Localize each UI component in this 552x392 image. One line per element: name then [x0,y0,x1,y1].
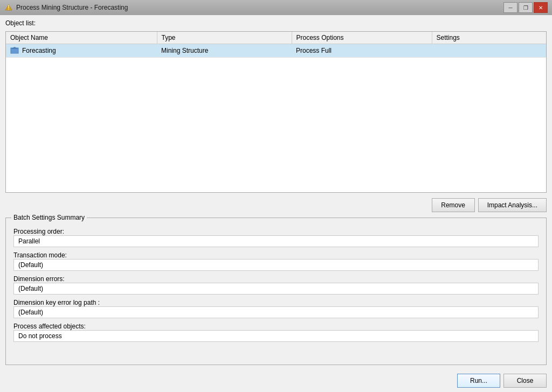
object-list-label: Object list: [5,19,547,27]
impact-analysis-button[interactable]: Impact Analysis... [478,198,547,212]
batch-label-0: Processing order: [13,228,539,235]
close-window-button[interactable]: ✕ [534,2,548,13]
cell-type: Mining Structure [157,44,292,58]
col-type: Type [157,32,292,44]
batch-field-1: Transaction mode: (Default) [13,249,539,271]
title-bar: ! Process Mining Structure - Forecasting… [0,0,552,15]
batch-label-1: Transaction mode: [13,251,539,259]
header-row: Object Name Type Process Options Setting… [6,32,546,44]
close-button[interactable]: Close [503,374,547,388]
object-name-cell: Forecasting [10,46,153,55]
svg-text:!: ! [8,4,9,11]
batch-label-3: Dimension key error log path : [13,299,539,306]
batch-field-4: Process affected objects: Do not process [13,320,539,342]
batch-value-2: (Default) [13,283,539,295]
col-process-options: Process Options [292,32,432,44]
footer-buttons: Run... Close [0,369,552,392]
main-window: ! Process Mining Structure - Forecasting… [0,0,552,392]
table-body: Forecasting Mining Structure Process Ful… [6,44,546,58]
table-header: Object Name Type Process Options Setting… [6,32,546,44]
window-controls: ─ ❒ ✕ [503,2,548,13]
batch-value-1: (Default) [13,259,539,271]
action-buttons: Remove Impact Analysis... [5,196,547,214]
cell-object-name: Forecasting [6,44,157,58]
app-icon: ! [4,3,13,12]
batch-value-3: (Default) [13,306,539,318]
col-object-name: Object Name [6,32,157,44]
col-settings: Settings [432,32,546,44]
window-title: Process Mining Structure - Forecasting [16,4,128,11]
remove-button[interactable]: Remove [432,198,475,212]
cell-process-options: Process Full [292,44,432,58]
cell-settings [432,44,546,58]
batch-label-4: Process affected objects: [13,323,539,330]
title-bar-left: ! Process Mining Structure - Forecasting [4,3,128,12]
batch-value-0: Parallel [13,235,539,247]
batch-value-4: Do not process [13,330,539,342]
batch-field-3: Dimension key error log path : (Default) [13,297,539,318]
object-table-container: Object Name Type Process Options Setting… [5,31,547,193]
table-row[interactable]: Forecasting Mining Structure Process Ful… [6,44,546,58]
mining-structure-icon [10,46,19,55]
batch-settings-legend: Batch Settings Summary [11,214,87,221]
minimize-button[interactable]: ─ [503,2,518,13]
batch-field-0: Processing order: Parallel [13,226,539,247]
batch-field-2: Dimension errors: (Default) [13,273,539,295]
object-table: Object Name Type Process Options Setting… [6,32,546,58]
row-name: Forecasting [22,47,56,54]
batch-settings-section: Batch Settings Summary Processing order:… [5,218,547,365]
main-content: Object list: Object Name Type Process Op… [0,15,552,369]
batch-settings-content: Processing order: Parallel Transaction m… [13,226,539,342]
batch-label-2: Dimension errors: [13,275,539,283]
restore-button[interactable]: ❒ [519,2,533,13]
run-button[interactable]: Run... [457,374,500,388]
